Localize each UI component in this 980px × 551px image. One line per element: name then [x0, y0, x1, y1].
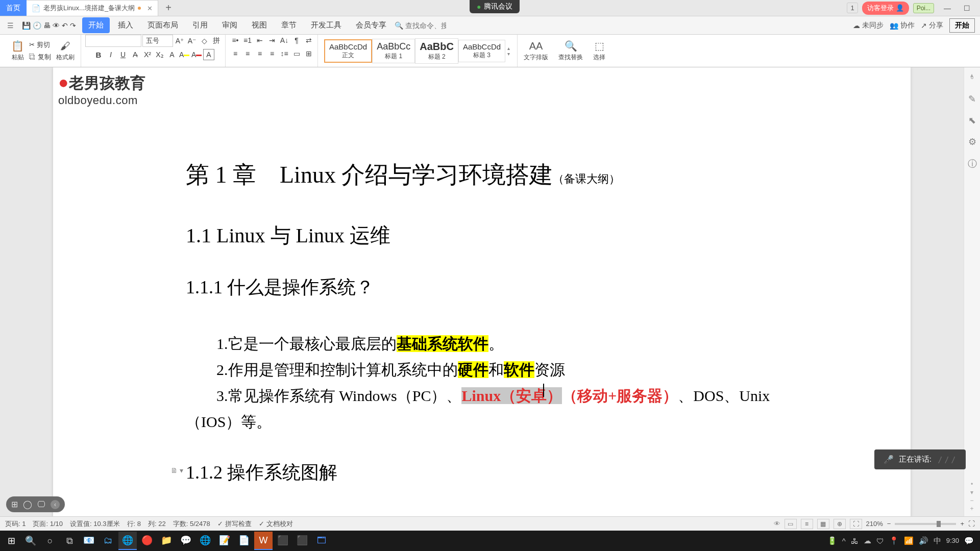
menu-review[interactable]: 审阅	[216, 17, 243, 33]
scroll-up-icon[interactable]: ▴	[967, 71, 977, 79]
page-count-badge[interactable]: 1	[847, 3, 857, 13]
view-print-layout[interactable]: ▭	[785, 519, 797, 529]
tray-network-icon[interactable]: 🖧	[851, 537, 859, 545]
tray-battery-icon[interactable]: 🔋	[827, 536, 837, 545]
taskbar-app[interactable]: 📝	[215, 532, 234, 550]
cortana-button[interactable]: ○	[41, 532, 59, 550]
tab-close-icon[interactable]: ✕	[147, 5, 153, 12]
text-wrap-button[interactable]: AA文字排版	[521, 39, 551, 63]
style-gallery-more[interactable]: ▴▾	[505, 45, 512, 57]
menu-chapter[interactable]: 章节	[275, 17, 303, 33]
zoom-label[interactable]: 210%	[866, 520, 883, 528]
monitor-icon[interactable]: 🖵	[37, 500, 45, 509]
tray-cloud-icon[interactable]: ☁	[864, 536, 871, 545]
status-pages[interactable]: 页面: 1/10	[33, 519, 63, 529]
status-spellcheck[interactable]: ✓拼写检查	[217, 519, 252, 529]
start-panel-button[interactable]: 开始	[949, 18, 975, 33]
sync-status[interactable]: ☁ 未同步	[853, 21, 884, 30]
grid-icon[interactable]: ⊞	[11, 499, 18, 509]
strip-settings-icon[interactable]: ⚙	[968, 136, 976, 147]
taskbar-app[interactable]: 🗂	[99, 532, 117, 550]
collab-button[interactable]: 👥 协作	[890, 21, 915, 30]
search-taskbar-button[interactable]: 🔍	[21, 532, 40, 550]
zoom-thumb[interactable]	[937, 521, 941, 527]
taskbar-app[interactable]: W	[254, 532, 273, 550]
start-menu-button[interactable]: ⊞	[2, 532, 20, 550]
guest-login-button[interactable]: 访客登录 👤	[862, 2, 909, 15]
menu-insert[interactable]: 插入	[112, 17, 139, 33]
taskbar-app[interactable]: 🌐	[196, 532, 214, 550]
eye-icon[interactable]: 👁	[774, 520, 780, 528]
paste-button[interactable]: 📋 粘贴	[8, 39, 27, 63]
window-minimize-button[interactable]: ―	[938, 2, 957, 14]
view-outline[interactable]: ≡	[801, 519, 813, 529]
tab-document[interactable]: 📄 老男孩Linux...境搭建_备课大纲 ✕	[27, 0, 158, 16]
taskbar-app[interactable]: 💬	[177, 532, 195, 550]
taskbar-clock[interactable]: 9:30	[946, 537, 959, 544]
sort-button[interactable]: A↓	[279, 35, 290, 46]
style-heading1[interactable]: AaBbCc标题 1	[372, 39, 415, 63]
menu-references[interactable]: 引用	[186, 17, 214, 33]
italic-button[interactable]: I	[105, 49, 116, 60]
select-button[interactable]: ⬚选择	[590, 39, 608, 63]
fit-page-button[interactable]: ⛶	[968, 520, 975, 528]
view-web[interactable]: ▦	[817, 519, 829, 529]
number-list-button[interactable]: ≡1	[242, 35, 253, 46]
status-words[interactable]: 字数: 5/2478	[173, 519, 210, 529]
bullet-list-button[interactable]: ≡•	[230, 35, 241, 46]
scroll-dot-icon[interactable]: •	[967, 481, 977, 488]
taskbar-app[interactable]: 📧	[80, 532, 98, 550]
line-spacing-button[interactable]: ↕≡	[279, 48, 290, 59]
taskbar-app[interactable]: ⬛	[274, 532, 292, 550]
shading-button[interactable]: ▭	[291, 48, 302, 59]
menu-start[interactable]: 开始	[82, 17, 110, 33]
tab-add-button[interactable]: +	[158, 2, 179, 14]
taskbar-app[interactable]: 🔴	[138, 532, 156, 550]
align-left-button[interactable]: ≡	[230, 48, 241, 59]
highlight-button[interactable]: A	[179, 49, 190, 60]
tray-notifications-icon[interactable]: 💬	[964, 536, 974, 545]
app-menu-icon[interactable]: ☰	[5, 19, 16, 32]
zoom-slider[interactable]	[895, 523, 956, 525]
taskbar-app[interactable]: ⬛	[293, 532, 311, 550]
font-color-button[interactable]: A	[191, 49, 202, 60]
underline-button[interactable]: U	[117, 49, 129, 60]
taskbar-app[interactable]: 🌐	[118, 532, 137, 550]
menu-page-layout[interactable]: 页面布局	[141, 17, 184, 33]
menu-view[interactable]: 视图	[246, 17, 273, 33]
meeting-badge[interactable]: ● 腾讯会议	[470, 0, 520, 13]
tray-ime-icon[interactable]: 中	[934, 536, 941, 546]
cut-button[interactable]: ✂剪切	[27, 39, 53, 51]
menu-member[interactable]: 会员专享	[350, 17, 393, 33]
view-fullscreen[interactable]: ⛶	[850, 519, 862, 529]
document-canvas[interactable]: ●老男孩教育 oldboyedu.com 第 1 章 Linux 介绍与学习环境…	[0, 67, 964, 516]
document-page[interactable]: ●老男孩教育 oldboyedu.com 第 1 章 Linux 介绍与学习环境…	[53, 67, 911, 516]
search-input[interactable]	[405, 21, 446, 30]
copy-button[interactable]: ⿻复制	[27, 52, 53, 63]
taskbar-app[interactable]: 📁	[157, 532, 176, 550]
circle-icon[interactable]: ◯	[23, 499, 32, 509]
text-effects-button[interactable]: A	[166, 49, 178, 60]
tray-wifi-icon[interactable]: 📶	[904, 536, 914, 545]
window-maximize-button[interactable]: ☐	[958, 2, 976, 14]
bold-button[interactable]: B	[93, 49, 104, 60]
taskbar-app[interactable]: 🗔	[312, 532, 331, 550]
font-size-select[interactable]	[142, 35, 173, 47]
taskbar-app[interactable]: 📄	[235, 532, 253, 550]
task-view-button[interactable]: ⧉	[60, 532, 79, 550]
tray-location-icon[interactable]: 📍	[889, 536, 899, 545]
decrease-indent-button[interactable]: ⇤	[254, 35, 265, 46]
find-replace-button[interactable]: 🔍查找替换	[555, 39, 586, 63]
zoom-in-button[interactable]: +	[960, 520, 964, 528]
strip-help-icon[interactable]: ⓘ	[968, 158, 977, 170]
increase-font-button[interactable]: A⁺	[174, 35, 185, 46]
format-painter-button[interactable]: 🖌 格式刷	[53, 39, 78, 63]
increase-indent-button[interactable]: ⇥	[266, 35, 278, 46]
subscript-button[interactable]: X₂	[154, 49, 165, 60]
status-page[interactable]: 页码: 1	[5, 519, 26, 529]
strikethrough-button[interactable]: A̶	[130, 49, 141, 60]
zoom-out-button[interactable]: −	[887, 520, 891, 528]
file-menu[interactable]: 💾 🕘 🖶 👁 ↶ ↷	[18, 19, 80, 32]
redo-icon[interactable]: ↷	[70, 21, 76, 30]
tray-volume-icon[interactable]: 🔊	[919, 536, 928, 545]
